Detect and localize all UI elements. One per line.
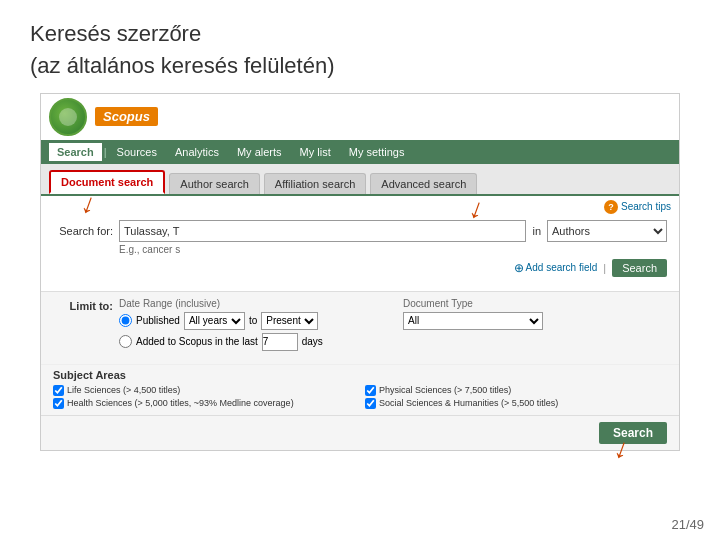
page-title-line1: Keresés szerzőre <box>30 20 690 49</box>
scopus-logo <box>49 98 87 136</box>
tab-affiliation-search[interactable]: Affiliation search <box>264 173 367 194</box>
physical-sciences-label: Physical Sciences (> 7,500 titles) <box>379 385 511 395</box>
limit-label: Limit to: <box>53 300 113 312</box>
doctype-select[interactable]: All Article Review Conference Paper <box>403 312 543 330</box>
nav-analytics[interactable]: Analytics <box>167 143 227 161</box>
social-sciences-label: Social Sciences & Humanities (> 5,500 ti… <box>379 398 558 408</box>
life-sciences-checkbox[interactable] <box>53 385 64 396</box>
published-radio[interactable] <box>119 314 132 327</box>
doctype-heading: Document Type <box>403 298 667 309</box>
add-search-field-link[interactable]: ⊕ Add search field <box>514 261 598 275</box>
search-tips-link[interactable]: ? Search tips <box>604 200 671 214</box>
subject-health-sciences: Health Sciences (> 5,000 titles, ~93% Me… <box>53 398 355 409</box>
added-label: Added to Scopus in the last <box>136 336 258 347</box>
page-number: 21/49 <box>671 517 704 532</box>
limit-row: Limit to: Date Range (inclusive) Publish… <box>53 298 667 354</box>
date-to-select[interactable]: Present <box>261 312 318 330</box>
physical-sciences-checkbox[interactable] <box>365 385 376 396</box>
nav-my-alerts[interactable]: My alerts <box>229 143 290 161</box>
nav-search[interactable]: Search <box>49 143 102 161</box>
search-type-select[interactable]: Authors Article Title Abstract Keywords <box>547 220 667 242</box>
limit-content: Date Range (inclusive) Published All yea… <box>119 298 667 354</box>
search-for-label: Search for: <box>53 225 113 237</box>
health-sciences-checkbox[interactable] <box>53 398 64 409</box>
scopus-header: Scopus <box>41 94 679 140</box>
social-sciences-checkbox[interactable] <box>365 398 376 409</box>
search-tips-row: ? Search tips <box>41 196 679 216</box>
search-tips-label: Search tips <box>621 201 671 212</box>
page-title-line2: (az általános keresés felületén) <box>30 53 690 79</box>
date-from-select[interactable]: All years <box>184 312 245 330</box>
added-radio-row: Added to Scopus in the last days <box>119 333 383 351</box>
question-icon: ? <box>604 200 618 214</box>
tab-advanced-search[interactable]: Advanced search <box>370 173 477 194</box>
subject-social-sciences: Social Sciences & Humanities (> 5,500 ti… <box>365 398 667 409</box>
days-input[interactable] <box>262 333 298 351</box>
scopus-brand-label: Scopus <box>95 107 158 126</box>
bottom-search-row: Search <box>41 415 679 450</box>
search-button-bottom[interactable]: Search <box>599 422 667 444</box>
added-radio[interactable] <box>119 335 132 348</box>
scopus-nav: Search | Sources Analytics My alerts My … <box>41 140 679 164</box>
subject-life-sciences: Life Sciences (> 4,500 titles) <box>53 385 355 396</box>
in-label: in <box>532 225 541 237</box>
nav-sources[interactable]: Sources <box>109 143 165 161</box>
published-radio-row: Published All years to Present <box>119 312 383 330</box>
subject-heading: Subject Areas <box>53 369 667 381</box>
health-sciences-label: Health Sciences (> 5,000 titles, ~93% Me… <box>67 398 294 408</box>
eg-hint: E.g., cancer s <box>119 244 667 255</box>
add-search-row: ⊕ Add search field | Search <box>53 259 667 277</box>
page-container: Keresés szerzőre (az általános keresés f… <box>0 0 720 540</box>
nav-my-settings[interactable]: My settings <box>341 143 413 161</box>
limit-section: Limit to: Date Range (inclusive) Publish… <box>41 291 679 364</box>
subject-section: Subject Areas Life Sciences (> 4,500 tit… <box>41 364 679 415</box>
tab-author-search[interactable]: Author search <box>169 173 259 194</box>
scopus-interface: Scopus Search | Sources Analytics My ale… <box>40 93 680 451</box>
subject-physical-sciences: Physical Sciences (> 7,500 titles) <box>365 385 667 396</box>
search-input[interactable] <box>119 220 526 242</box>
tab-bar: Document search Author search Affiliatio… <box>41 164 679 196</box>
date-doc-row: Date Range (inclusive) Published All yea… <box>119 298 667 354</box>
life-sciences-label: Life Sciences (> 4,500 titles) <box>67 385 180 395</box>
published-label: Published <box>136 315 180 326</box>
subject-grid: Life Sciences (> 4,500 titles) Physical … <box>53 385 667 409</box>
search-form: Search for: in Authors Article Title Abs… <box>41 216 679 291</box>
tab-document-search[interactable]: Document search <box>49 170 165 194</box>
add-icon: ⊕ <box>514 261 524 275</box>
doctype-section: Document Type All Article Review Confere… <box>403 298 667 330</box>
search-for-row: Search for: in Authors Article Title Abs… <box>53 220 667 242</box>
days-label: days <box>302 336 323 347</box>
nav-my-list[interactable]: My list <box>292 143 339 161</box>
date-section: Date Range (inclusive) Published All yea… <box>119 298 383 354</box>
date-range-heading: Date Range (inclusive) <box>119 298 383 309</box>
search-button-top[interactable]: Search <box>612 259 667 277</box>
add-search-label: Add search field <box>526 262 598 273</box>
